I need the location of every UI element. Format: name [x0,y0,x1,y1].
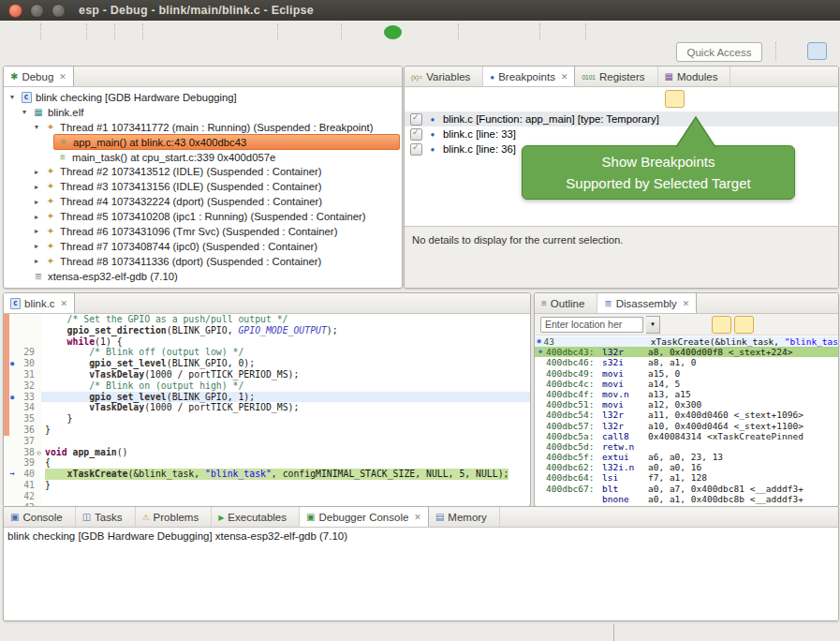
quick-access-button[interactable]: Quick Access [676,42,762,62]
expander-icon[interactable]: ▸ [32,168,41,176]
tree-row-thread[interactable]: ▸ Thread #5 1073410208 (ipc1 : Running) … [4,209,402,224]
expander-icon[interactable]: ▸ [32,213,41,221]
suspend-icon[interactable] [168,24,185,40]
build-icon[interactable] [94,24,111,40]
breakpoint-row[interactable]: blink.c [line: 33] [405,127,838,142]
tree-row-frame[interactable]: main_task() at cpu_start.c:339 0x400d057… [4,150,402,165]
terminate-icon[interactable] [738,509,756,525]
expander-icon[interactable]: ▸ [32,227,41,235]
disasm-row[interactable]: 400dbc4c: movi a14, 5 [535,379,838,389]
code-editor[interactable]: 29 /* Set the GPIO as a push/pull output… [4,314,530,506]
dropdown-icon[interactable] [777,509,795,525]
code-line[interactable]: 35 /* Blink on (output high) */ [4,380,530,392]
instruction-stepping-mode-icon[interactable] [321,68,339,84]
code-line[interactable]: 44 } [4,480,530,491]
back-icon[interactable] [682,24,700,40]
profile-icon[interactable] [420,24,437,40]
code-line[interactable]: 34 vTaskDelay(1000 / portTICK_PERIOD_MS)… [4,369,530,380]
maximize-icon[interactable] [817,68,834,84]
dropdown-icon[interactable] [20,24,37,40]
disasm-row[interactable]: ● 43 xTaskCreate(&blink_task, "blink_tas [535,336,838,347]
dropdown-icon[interactable] [437,24,455,40]
disasm-row[interactable]: 400dbc5d: retw.n [535,441,838,452]
open-perspective-icon[interactable] [785,43,803,59]
breakpoint-checkbox[interactable] [410,128,422,141]
sync-with-selection-icon[interactable] [734,316,754,334]
disassembly-listing[interactable]: ● 43 xTaskCreate(&blink_task, "blink_tas… [535,335,838,506]
code-line[interactable]: 39 } [4,425,530,436]
tab-registers[interactable]: Registers [575,67,657,86]
tab-outline[interactable]: Outline [535,293,597,313]
breakpoint-checkbox[interactable] [410,113,422,126]
code-line[interactable]: 38 } [4,413,530,425]
location-input[interactable]: Enter location her [540,317,643,333]
debug-perspective-icon[interactable] [807,42,827,60]
close-button[interactable] [8,4,22,18]
view-menu-icon[interactable] [341,68,359,84]
open-new-view-icon[interactable] [757,317,774,333]
expand-all-icon[interactable] [746,91,764,107]
skip-all-icon[interactable] [710,91,728,107]
dropdown-icon[interactable] [519,24,537,40]
disasm-row[interactable]: 400dbc57: l32r a10, 0x400d0464 <_stext+1… [535,421,838,431]
dropdown-icon[interactable] [611,24,628,40]
link-with-debug-icon[interactable] [789,91,807,107]
minimize-icon[interactable] [797,68,815,84]
collapse-all-icon[interactable] [768,91,786,107]
code-line[interactable]: 42 { [4,457,530,469]
tab-problems[interactable]: Problems [136,507,213,527]
code-line[interactable]: 41 ⊖ void app_main() [4,447,530,458]
code-line[interactable]: 30 gpio_set_direction(BLINK_GPIO, GPIO_M… [4,325,530,336]
disconnect-icon[interactable] [203,24,221,40]
minimize-icon[interactable] [361,68,378,84]
tab-debug[interactable]: Debug ✕ [4,67,74,86]
terminate-icon[interactable] [185,24,203,40]
maximize-icon[interactable] [817,295,834,311]
tree-row-thread[interactable]: ▸ Thread #4 1073432224 (dport) (Suspende… [4,194,402,209]
close-icon[interactable]: ✕ [414,513,421,522]
sash-divider[interactable] [613,624,614,641]
maximize-icon[interactable] [508,295,526,311]
export-icon[interactable] [777,317,795,333]
go-to-file-icon[interactable] [688,91,706,107]
expander-icon[interactable]: ▸ [32,183,41,191]
remove-all-terminated-icon[interactable] [302,68,319,84]
tab-blink-c[interactable]: blink.c ✕ [4,293,75,313]
display-selected-console-icon[interactable] [758,509,775,525]
code-line[interactable]: 29 /* Set the GPIO as a push/pull output… [4,314,530,325]
home-icon[interactable] [691,317,709,333]
tree-row-gdb[interactable]: xtensa-esp32-elf-gdb (7.10) [4,269,402,284]
forward-icon[interactable] [717,24,735,40]
open-folder-icon[interactable] [483,24,501,40]
dropdown-icon[interactable] [735,24,753,40]
dropdown-icon[interactable] [402,24,420,40]
expander-icon[interactable]: ▸ [32,198,41,206]
tree-row-thread[interactable]: ▸ Thread #3 1073413156 (IDLE) (Suspended… [4,179,402,194]
tree-row-thread[interactable]: ▸ Thread #6 1073431096 (Tmr Svc) (Suspen… [4,224,402,239]
view-menu-icon[interactable] [811,91,829,107]
disasm-row[interactable]: 400dbc49: movi a15, 0 [535,368,838,379]
link-with-active-debug-context-icon[interactable] [712,316,731,334]
toggle-orb-icon[interactable] [565,24,582,40]
disasm-row[interactable]: 400dbc64: lsi f7, a1, 128 [535,472,838,483]
debug-icon[interactable] [348,24,366,40]
tab-modules[interactable]: Modules [658,67,731,86]
close-icon[interactable]: ✕ [683,299,690,308]
refresh-icon[interactable] [671,317,688,333]
skip-all-breakpoints-icon[interactable] [122,24,140,40]
last-edit-location-icon[interactable] [664,24,682,40]
disasm-row[interactable]: bnone a0, a1, 0x400dbc8b <__adddf3+ [535,494,838,504]
tree-row-thread[interactable]: ▸ Thread #7 1073408744 (ipc0) (Suspended… [4,239,402,254]
code-line[interactable]: 40 [4,436,530,447]
code-line[interactable]: ● 33 gpio_set_level(BLINK_GPIO, 0); [4,358,530,369]
show-threads-icon[interactable] [302,24,320,40]
close-icon[interactable]: ✕ [561,72,568,82]
disasm-row[interactable]: 400dbc62: l32i.n a0, a0, 16 [535,462,838,472]
code-line[interactable]: 37 vTaskDelay(1000 / portTICK_PERIOD_MS)… [4,402,530,413]
breakpoint-row[interactable]: blink.c [Function: app_main] [type: Temp… [405,112,838,127]
maximize-button[interactable] [52,4,66,18]
pin-console-icon[interactable] [593,24,611,40]
maximize-icon[interactable] [817,509,834,525]
mark-occurrences-icon[interactable] [547,24,565,40]
tree-row-elf[interactable]: ▾ blink.elf [4,105,402,120]
